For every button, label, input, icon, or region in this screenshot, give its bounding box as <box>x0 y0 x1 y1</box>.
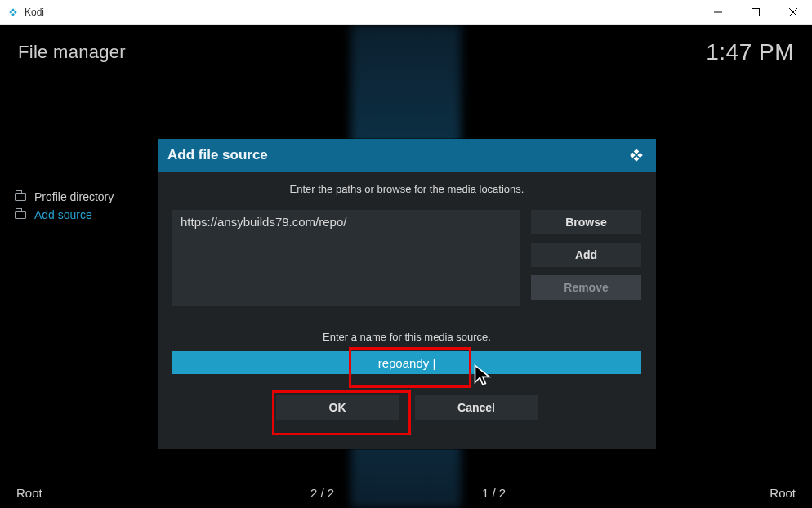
footer-root-right: Root <box>770 486 796 500</box>
paths-input[interactable]: https://ansybuilds79.com/repo/ <box>172 210 520 306</box>
footer-root-left: Root <box>16 486 42 500</box>
name-input-wrap: repoandy | <box>158 351 656 374</box>
app-body: File manager 1:47 PM Profile directory A… <box>0 25 812 508</box>
window-titlebar: Kodi <box>0 0 812 25</box>
name-prompt: Enter a name for this media source. <box>158 306 656 351</box>
maximize-button[interactable] <box>737 0 774 24</box>
dialog-header: Add file source <box>158 139 656 172</box>
footer-count-left: 2 / 2 <box>310 486 334 500</box>
svg-rect-5 <box>752 8 760 16</box>
folder-icon <box>15 193 26 201</box>
minimize-button[interactable] <box>699 0 737 24</box>
ok-button[interactable]: OK <box>276 395 399 420</box>
svg-rect-8 <box>634 149 639 154</box>
kodi-icon <box>627 145 646 165</box>
svg-rect-2 <box>9 11 12 14</box>
svg-rect-3 <box>11 12 15 16</box>
path-side-buttons: Browse Add Remove <box>531 210 641 306</box>
paths-row: https://ansybuilds79.com/repo/ Browse Ad… <box>158 210 656 306</box>
dialog-title: Add file source <box>167 147 268 163</box>
svg-rect-9 <box>637 153 642 158</box>
window-controls <box>699 0 812 24</box>
browse-button[interactable]: Browse <box>531 210 641 234</box>
svg-rect-1 <box>14 11 17 14</box>
dialog-actions: OK Cancel <box>158 395 656 420</box>
source-name-value: repoandy <box>378 356 430 370</box>
svg-rect-0 <box>11 8 15 11</box>
list-item-add-source[interactable]: Add source <box>13 206 115 224</box>
list-item-label: Add source <box>34 208 92 221</box>
paths-prompt: Enter the paths or browse for the media … <box>158 172 656 210</box>
text-caret: | <box>429 356 435 370</box>
folder-icon <box>15 211 26 219</box>
add-path-button[interactable]: Add <box>531 243 641 267</box>
remove-path-button: Remove <box>531 275 641 300</box>
clock: 1:47 PM <box>706 39 794 65</box>
left-source-list: Profile directory Add source <box>8 74 120 224</box>
app-header: File manager 1:47 PM <box>0 25 812 65</box>
footer-count-right: 1 / 2 <box>482 486 506 500</box>
list-item-label: Profile directory <box>34 190 114 203</box>
close-button[interactable] <box>774 0 812 24</box>
path-entry[interactable]: https://ansybuilds79.com/repo/ <box>181 215 511 229</box>
list-item-profile-directory[interactable]: Profile directory <box>13 188 115 206</box>
svg-rect-10 <box>630 153 635 158</box>
footer-bar: Root 2 / 2 1 / 2 Root <box>16 486 796 500</box>
source-name-input[interactable]: repoandy | <box>172 351 641 374</box>
window-title: Kodi <box>25 7 44 18</box>
cancel-button[interactable]: Cancel <box>415 395 538 420</box>
add-file-source-dialog: Add file source Enter the paths or brows… <box>158 139 656 449</box>
kodi-logo-icon <box>7 6 20 19</box>
page-title: File manager <box>18 42 126 63</box>
svg-rect-11 <box>634 156 639 161</box>
